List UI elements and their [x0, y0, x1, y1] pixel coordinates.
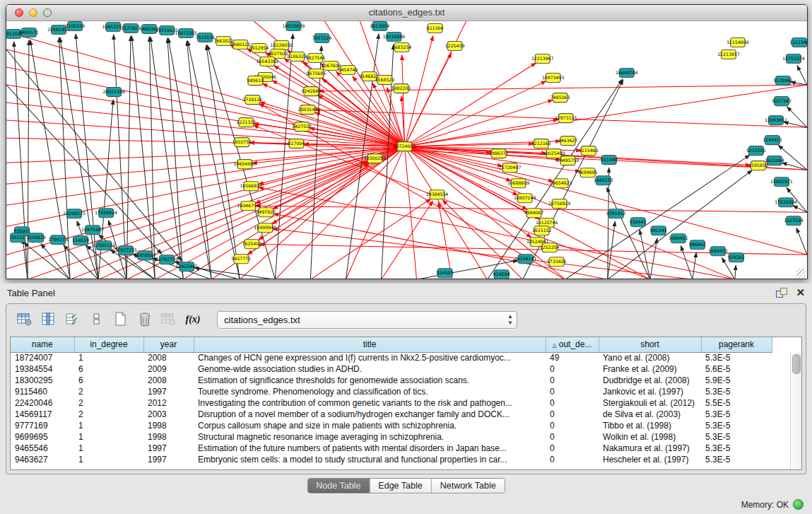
table-cell[interactable]: 1: [74, 352, 143, 363]
table-cell[interactable]: 0: [546, 409, 599, 420]
network-node[interactable]: 989610: [247, 76, 264, 86]
tab-edge-table[interactable]: Edge Table: [370, 479, 431, 493]
network-edge[interactable]: [188, 41, 240, 279]
network-edge[interactable]: [404, 100, 553, 146]
network-edge[interactable]: [24, 243, 70, 279]
network-edge[interactable]: [260, 102, 405, 146]
network-node[interactable]: 7625402: [242, 240, 262, 249]
network-edge[interactable]: [70, 161, 367, 279]
network-node[interactable]: 39151: [11, 233, 25, 243]
minimize-window-button[interactable]: [29, 8, 37, 17]
column-header-pagerank[interactable]: pagerank: [701, 337, 772, 352]
network-node[interactable]: 20206575: [63, 209, 86, 218]
network-edge[interactable]: [168, 38, 211, 279]
network-node[interactable]: 12093852: [765, 116, 787, 125]
network-edge[interactable]: [6, 49, 404, 146]
network-edge[interactable]: [608, 170, 752, 279]
network-node[interactable]: 8454749: [339, 66, 358, 75]
table-cell[interactable]: 5.3E-5: [701, 431, 772, 443]
network-edge[interactable]: [438, 202, 452, 279]
network-edge[interactable]: [183, 163, 368, 279]
table-cell[interactable]: 2008: [143, 352, 194, 363]
table-cell[interactable]: 9777169: [11, 420, 74, 431]
network-node[interactable]: 9497827: [257, 208, 276, 217]
table-vertical-scrollbar[interactable]: [790, 352, 801, 469]
network-node[interactable]: 17016504: [775, 198, 797, 207]
table-cell[interactable]: 22420046: [11, 397, 74, 409]
table-cell[interactable]: 6: [74, 375, 143, 386]
network-edge[interactable]: [149, 37, 155, 279]
table-cell[interactable]: 9463627: [11, 454, 74, 465]
table-cell[interactable]: Estimation of significance thresholds fo…: [194, 375, 546, 386]
tab-node-table[interactable]: Node Table: [307, 479, 370, 493]
network-edge[interactable]: [404, 146, 487, 279]
table-cell[interactable]: 9115460: [11, 386, 74, 397]
table-cell[interactable]: 0: [546, 454, 599, 465]
network-node[interactable]: 8212160: [531, 139, 551, 148]
table-cell[interactable]: Wolkin et al. (1998): [599, 431, 701, 443]
table-cell[interactable]: 6: [74, 363, 143, 375]
network-node[interactable]: 19654985: [234, 160, 257, 169]
network-node[interactable]: 1221333: [237, 118, 257, 127]
canvas-resize-grip[interactable]: [796, 269, 806, 278]
new-table-icon[interactable]: [111, 310, 131, 329]
network-edge[interactable]: [6, 67, 404, 146]
table-cell[interactable]: Investigating the contribution of common…: [194, 397, 546, 409]
import-table-icon[interactable]: [159, 310, 179, 329]
network-node[interactable]: 19384554: [426, 190, 449, 199]
network-node[interactable]: 824503: [437, 269, 454, 278]
network-node[interactable]: 1810755: [233, 138, 252, 147]
network-node[interactable]: 18807249: [514, 194, 536, 203]
table-cell[interactable]: 5.6E-5: [701, 363, 772, 375]
table-row[interactable]: 946362711997Embryonic stem cells: a mode…: [11, 454, 772, 465]
table-cell[interactable]: 2008: [143, 375, 194, 386]
network-edge[interactable]: [735, 265, 736, 279]
table-cell[interactable]: Structural magnetic resonance image aver…: [194, 431, 546, 443]
network-node[interactable]: 16136141: [514, 255, 537, 264]
network-edge[interactable]: [693, 252, 696, 279]
network-node[interactable]: 996442: [689, 240, 706, 250]
table-cell[interactable]: 2: [74, 397, 143, 409]
table-cell[interactable]: 19384554: [11, 363, 74, 375]
network-node[interactable]: 10688609: [507, 179, 530, 188]
network-edge[interactable]: [6, 146, 404, 163]
float-panel-icon[interactable]: [776, 288, 787, 298]
network-edge[interactable]: [404, 21, 466, 146]
table-cell[interactable]: Tibbo et al. (1998): [599, 420, 701, 431]
network-edge[interactable]: [6, 85, 404, 146]
table-cell[interactable]: 18724007: [11, 352, 74, 363]
network-node[interactable]: 15720407: [499, 163, 522, 173]
table-cell[interactable]: 0: [546, 375, 599, 386]
network-node[interactable]: 1252254: [540, 243, 560, 252]
table-cell[interactable]: Tourette syndrome. Phenomenology and cla…: [194, 386, 546, 397]
table-row[interactable]: 1456911722003Disruption of a novel membe…: [11, 409, 772, 420]
network-node[interactable]: 915449: [601, 156, 618, 165]
table-row[interactable]: 911546021997Tourette syndrome. Phenomeno…: [11, 386, 772, 397]
network-node[interactable]: 19495758: [557, 156, 579, 165]
table-cell[interactable]: 9465546: [11, 443, 74, 454]
network-node[interactable]: 15692971: [770, 177, 793, 187]
network-node[interactable]: 1244413: [763, 136, 782, 145]
network-node[interactable]: 8791912: [606, 209, 626, 218]
column-header-year[interactable]: year: [143, 337, 194, 352]
network-node[interactable]: 9227343: [772, 97, 792, 106]
table-cell[interactable]: 1: [74, 454, 143, 465]
network-node[interactable]: 9884067: [524, 209, 544, 218]
table-cell[interactable]: 1998: [143, 420, 194, 431]
table-cell[interactable]: 2003: [143, 409, 194, 420]
network-edge[interactable]: [6, 32, 404, 146]
network-node[interactable]: 9129966: [773, 76, 793, 86]
memory-status-indicator[interactable]: [793, 499, 804, 510]
network-node[interactable]: 16071355: [175, 29, 197, 38]
network-node[interactable]: 1225439: [445, 42, 465, 51]
table-cell[interactable]: Franke et al. (2009): [599, 363, 701, 375]
network-node[interactable]: 16782759: [155, 255, 178, 264]
network-node[interactable]: 18226058: [271, 41, 293, 50]
network-node[interactable]: 10756928: [548, 199, 571, 209]
network-node[interactable]: 7986372: [489, 149, 509, 158]
network-edge[interactable]: [404, 36, 433, 146]
network-node[interactable]: 9657771: [232, 255, 252, 264]
table-cell[interactable]: 5.3E-5: [701, 386, 772, 397]
table-cell[interactable]: Nakamura et al. (1997): [599, 443, 701, 454]
network-node[interactable]: 8186328: [288, 52, 307, 62]
